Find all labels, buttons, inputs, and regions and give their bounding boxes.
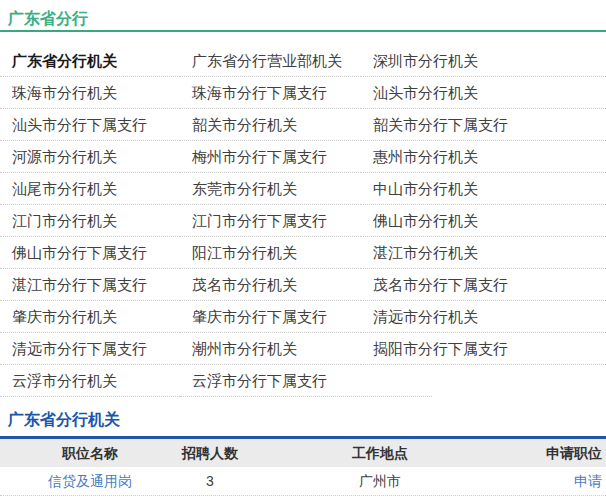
branch-row: 汕尾市分行机关 东莞市分行机关 中山市分行机关	[0, 173, 606, 205]
positions-table-header: 职位名称 招聘人数 工作地点 申请职位	[0, 439, 606, 467]
branch-item[interactable]: 珠海市分行机关	[0, 77, 180, 109]
branch-item[interactable]: 清远市分行机关	[361, 301, 606, 333]
branch-item[interactable]: 河源市分行机关	[0, 141, 180, 173]
col-header-apply: 申请职位	[520, 439, 606, 467]
branch-row: 清远市分行下属支行 潮州市分行机关 揭阳市分行下属支行	[0, 333, 606, 365]
branch-item[interactable]: 肇庆市分行下属支行	[180, 301, 361, 333]
col-header-location: 工作地点	[240, 439, 520, 467]
branch-item[interactable]: 阳江市分行机关	[180, 237, 361, 269]
position-link[interactable]: 信贷及通用岗	[48, 473, 132, 489]
selected-branch-title: 广东省分行机关	[0, 397, 606, 431]
branch-row: 广东省分行机关 广东省分行营业部机关 深圳市分行机关	[0, 45, 606, 77]
branch-item[interactable]: 惠州市分行机关	[361, 141, 606, 173]
branch-item[interactable]: 茂名市分行下属支行	[361, 269, 606, 301]
page: 广东省分行 广东省分行机关 广东省分行营业部机关 深圳市分行机关 珠海市分行机关…	[0, 0, 606, 500]
col-header-position: 职位名称	[0, 439, 180, 467]
province-title: 广东省分行	[0, 0, 606, 30]
branch-item[interactable]: 佛山市分行机关	[361, 205, 606, 237]
headcount-value: 3	[180, 467, 240, 495]
branch-item[interactable]: 东莞市分行机关	[180, 173, 361, 205]
branch-item[interactable]: 珠海市分行下属支行	[180, 77, 361, 109]
branch-row: 湛江市分行下属支行 茂名市分行机关 茂名市分行下属支行	[0, 269, 606, 301]
branch-item[interactable]: 韶关市分行机关	[180, 109, 361, 141]
positions-table: 职位名称 招聘人数 工作地点 申请职位 信贷及通用岗 3 广州市 申请	[0, 439, 606, 496]
branch-item[interactable]: 湛江市分行下属支行	[0, 269, 180, 301]
branch-item[interactable]: 中山市分行机关	[361, 173, 606, 205]
branch-item[interactable]: 肇庆市分行机关	[0, 301, 180, 333]
branch-item[interactable]: 江门市分行机关	[0, 205, 180, 237]
branch-item[interactable]: 茂名市分行机关	[180, 269, 361, 301]
branch-row: 珠海市分行机关 珠海市分行下属支行 汕头市分行机关	[0, 77, 606, 109]
branch-item[interactable]: 湛江市分行机关	[361, 237, 606, 269]
branch-item[interactable]: 广东省分行营业部机关	[180, 45, 361, 77]
branch-item[interactable]: 汕头市分行机关	[361, 77, 606, 109]
branch-item[interactable]: 韶关市分行下属支行	[361, 109, 606, 141]
branch-row: 云浮市分行机关 云浮市分行下属支行	[0, 365, 606, 397]
green-divider	[0, 30, 606, 32]
branch-list: 广东省分行机关 广东省分行营业部机关 深圳市分行机关 珠海市分行机关 珠海市分行…	[0, 45, 606, 397]
branch-item-selected[interactable]: 广东省分行机关	[0, 45, 180, 77]
branch-item[interactable]: 潮州市分行机关	[180, 333, 361, 365]
branch-row: 河源市分行机关 梅州市分行下属支行 惠州市分行机关	[0, 141, 606, 173]
col-header-headcount: 招聘人数	[180, 439, 240, 467]
branch-item[interactable]: 江门市分行下属支行	[180, 205, 361, 237]
branch-row: 汕头市分行下属支行 韶关市分行机关 韶关市分行下属支行	[0, 109, 606, 141]
location-value: 广州市	[240, 467, 520, 495]
position-row: 信贷及通用岗 3 广州市 申请	[0, 467, 606, 496]
branch-item[interactable]: 汕尾市分行机关	[0, 173, 180, 205]
branch-item[interactable]: 佛山市分行下属支行	[0, 237, 180, 269]
branch-item[interactable]: 清远市分行下属支行	[0, 333, 180, 365]
branch-row: 佛山市分行下属支行 阳江市分行机关 湛江市分行机关	[0, 237, 606, 269]
branch-item[interactable]: 深圳市分行机关	[361, 45, 606, 77]
apply-link[interactable]: 申请	[574, 473, 602, 489]
branch-row: 江门市分行机关 江门市分行下属支行 佛山市分行机关	[0, 205, 606, 237]
branch-item[interactable]: 云浮市分行机关	[0, 365, 180, 397]
branch-item[interactable]: 梅州市分行下属支行	[180, 141, 361, 173]
branch-item[interactable]: 揭阳市分行下属支行	[361, 333, 606, 365]
branch-item[interactable]: 汕头市分行下属支行	[0, 109, 180, 141]
branch-row: 肇庆市分行机关 肇庆市分行下属支行 清远市分行机关	[0, 301, 606, 333]
branch-item[interactable]: 云浮市分行下属支行	[180, 365, 432, 397]
